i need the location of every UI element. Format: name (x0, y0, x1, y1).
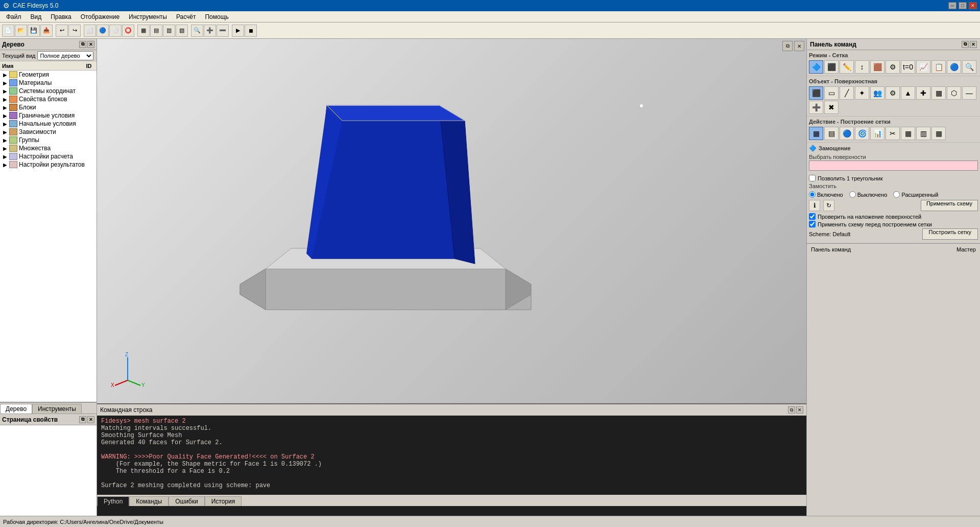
obj-cross-icon[interactable]: ✚ (916, 86, 930, 100)
allow-triangle-check[interactable] (809, 175, 816, 181)
obj-hline-icon[interactable]: — (962, 86, 976, 100)
mode-mesh-icon[interactable]: 🔷 (809, 60, 823, 74)
tree-item-ic[interactable]: ▶ Начальные условия (0, 120, 97, 128)
radio-included-input[interactable] (809, 191, 816, 198)
obj-diagonal-icon[interactable]: ✖ (824, 101, 839, 114)
mode-item5-icon[interactable]: 🟫 (870, 60, 885, 74)
tab-tools[interactable]: Инструменты (32, 404, 82, 414)
props-close-button[interactable]: ✕ (87, 416, 94, 423)
apply-scheme-button[interactable]: Применить схему (921, 200, 978, 211)
menu-item-инструменты[interactable]: Инструменты (125, 12, 171, 21)
right-close-button[interactable]: ✕ (970, 41, 977, 48)
obj-item12-icon[interactable]: ➕ (809, 101, 823, 114)
act-mesh7-icon[interactable]: ▦ (901, 127, 915, 140)
surface-input[interactable] (809, 161, 978, 171)
save-button[interactable]: 💾 (28, 25, 40, 37)
calc-button[interactable]: ▶ (232, 25, 244, 37)
obj-item10-icon[interactable]: ⬡ (947, 86, 961, 100)
mesh4-button[interactable]: ▧ (176, 25, 188, 37)
tab-tree[interactable]: Дерево (0, 404, 32, 414)
check-overlap-input[interactable] (809, 213, 816, 220)
cmd-tab-history[interactable]: История (205, 496, 242, 506)
mode-solid-icon[interactable]: ⬛ (824, 60, 839, 74)
obj-surface-icon[interactable]: ▭ (824, 86, 839, 100)
obj-grid-icon[interactable]: ▦ (931, 86, 946, 100)
check-scheme-input[interactable] (809, 221, 816, 227)
radio-extended-input[interactable] (893, 191, 900, 198)
mode-transform-icon[interactable]: ↕ (855, 60, 869, 74)
cmd-tab-errors[interactable]: Ошибки (169, 496, 205, 506)
tree-item-bc[interactable]: ▶ Граничные условия (0, 111, 97, 120)
tree-item-coord[interactable]: ▶ Системы координат (0, 87, 97, 95)
act-mesh8-icon[interactable]: ▥ (916, 127, 930, 140)
mode-edit-icon[interactable]: ✏️ (840, 60, 854, 74)
tree-close-button[interactable]: ✕ (87, 41, 94, 48)
info-icon[interactable]: ℹ (809, 200, 820, 211)
menu-item-отображение[interactable]: Отображение (77, 12, 124, 21)
obj-cube-icon[interactable]: ⬛ (809, 86, 823, 100)
mode-item10-icon[interactable]: 🔵 (947, 60, 961, 74)
view-fit-button[interactable]: 🔍 (191, 25, 203, 37)
tree-item-prop[interactable]: ▶ Свойства блоков (0, 95, 97, 103)
tree-detach-button[interactable]: ⧉ (79, 41, 86, 48)
tree-item-res[interactable]: ▶ Настройки результатов (0, 161, 97, 169)
maximize-button[interactable]: □ (959, 2, 967, 9)
mode-item8-icon[interactable]: 📈 (916, 60, 930, 74)
menu-item-вид[interactable]: Вид (27, 12, 46, 21)
props-detach-button[interactable]: ⧉ (79, 416, 86, 423)
obj-group-icon[interactable]: 👥 (870, 86, 885, 100)
box-button[interactable]: ⬜ (84, 25, 96, 37)
act-mesh3-icon[interactable]: 🔵 (840, 127, 854, 140)
tree-item-set[interactable]: ▶ Множества (0, 144, 97, 152)
tree-item-block[interactable]: ▶ Блоки (0, 103, 97, 111)
menu-item-расчёт[interactable]: Расчёт (172, 12, 200, 21)
import-button[interactable]: 📥 (40, 25, 53, 37)
mesh-button[interactable]: ▦ (137, 25, 150, 37)
close-button[interactable]: ✕ (969, 2, 977, 9)
cylinder-button[interactable]: 🔵 (97, 25, 109, 37)
act-mesh5-icon[interactable]: 📊 (870, 127, 885, 140)
viewport-3d[interactable]: Z Y X ⧉ ✕ (97, 39, 806, 403)
menu-item-правка[interactable]: Правка (46, 12, 76, 21)
mesh3-button[interactable]: ▥ (163, 25, 175, 37)
new-button[interactable]: 📄 (2, 25, 14, 37)
act-mesh6-icon[interactable]: ✂ (886, 127, 900, 140)
mesh2-button[interactable]: ▤ (150, 25, 162, 37)
menu-item-помощь[interactable]: Помощь (201, 12, 232, 21)
view-zoom-in-button[interactable]: ➕ (204, 25, 216, 37)
right-detach-button[interactable]: ⧉ (962, 41, 969, 48)
tree-item-mat[interactable]: ▶ Материалы (0, 79, 97, 87)
tree-item-geo[interactable]: ▶ Геометрия (0, 71, 97, 79)
mode-item9-icon[interactable]: 📋 (931, 60, 946, 74)
cmd-tab-commands[interactable]: Команды (129, 496, 169, 506)
stop-button[interactable]: ⏹ (245, 25, 257, 37)
tree-item-calc[interactable]: ▶ Настройки расчета (0, 152, 97, 161)
view-select[interactable]: Полное дерево (37, 51, 93, 60)
obj-vertex-icon[interactable]: ✦ (855, 86, 869, 100)
act-mesh4-icon[interactable]: 🌀 (855, 127, 869, 140)
tree-item-group[interactable]: ▶ Группы (0, 136, 97, 144)
act-mesh2-icon[interactable]: ▤ (824, 127, 839, 140)
refresh-icon[interactable]: ↻ (823, 200, 834, 211)
view-zoom-out-button[interactable]: ➖ (217, 25, 229, 37)
redo-button[interactable]: ↪ (68, 25, 81, 37)
minimize-button[interactable]: ─ (948, 2, 957, 9)
cmd-tab-python[interactable]: Python (97, 496, 129, 506)
obj-arrow-icon[interactable]: ▲ (901, 86, 915, 100)
torus-button[interactable]: ⭕ (122, 25, 134, 37)
cmd-close-button[interactable]: ✕ (796, 406, 803, 414)
undo-button[interactable]: ↩ (56, 25, 68, 37)
mode-item11-icon[interactable]: 🔍 (962, 60, 976, 74)
menu-item-файл[interactable]: Файл (2, 12, 26, 21)
tree-item-dep[interactable]: ▶ Зависимости (0, 128, 97, 136)
build-mesh-button[interactable]: Построить сетку (922, 228, 978, 240)
open-button[interactable]: 📂 (15, 25, 27, 37)
radio-excluded-input[interactable] (849, 191, 856, 198)
obj-edge-icon[interactable]: ╱ (840, 86, 854, 100)
sphere-button[interactable]: ⚪ (109, 25, 122, 37)
mode-item7-icon[interactable]: t=0 (901, 60, 915, 74)
mode-item6-icon[interactable]: ⚙ (886, 60, 900, 74)
act-mesh1-icon[interactable]: ▦ (809, 127, 823, 140)
viewport-close-button[interactable]: ✕ (794, 41, 804, 51)
act-mesh9-icon[interactable]: ▦ (931, 127, 946, 140)
